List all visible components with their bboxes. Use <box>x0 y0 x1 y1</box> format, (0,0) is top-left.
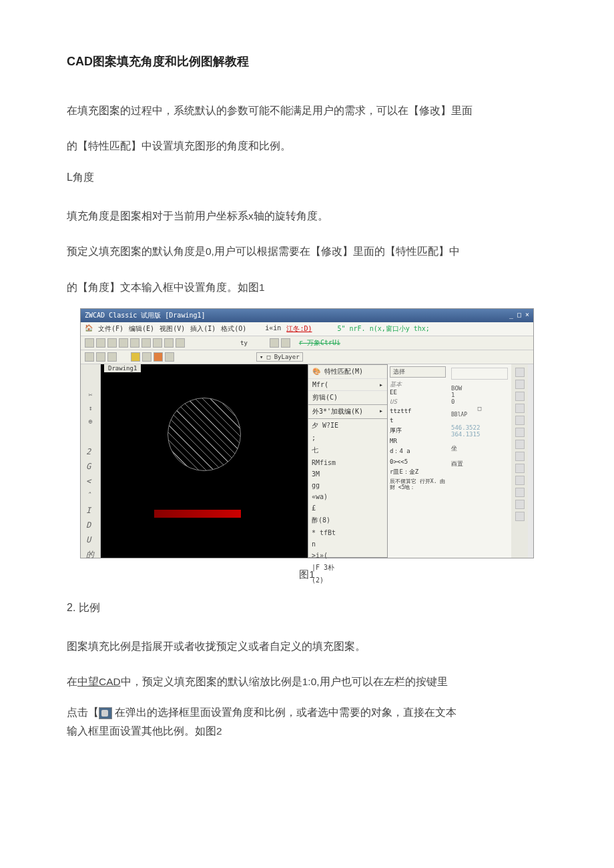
section-2-paragraph-2: 在中望CAD中，预定义填充图案的默认缩放比例是1:0,用户也可以在左栏的按键里 <box>67 667 547 696</box>
right-tool-icon[interactable] <box>515 512 525 521</box>
toolbar-red-text: 江冬:D) <box>286 324 312 334</box>
side-letters: 2 G < ˆ I D U 的 <box>86 444 94 562</box>
right-tool-icon[interactable] <box>515 392 525 401</box>
coord-x: 546.3522 <box>451 424 508 431</box>
right-tool-icon[interactable] <box>515 464 525 473</box>
tool-icon[interactable] <box>85 338 94 348</box>
submenu-item[interactable]: * tfBt <box>308 527 387 538</box>
main-area: ✂ ↕ ⊕ Drawing1 2 G < ˆ I D U 的 <box>81 364 533 558</box>
submenu-item[interactable]: 酢(8) <box>308 514 387 527</box>
right-tool-icon[interactable] <box>515 416 525 425</box>
tool-icon[interactable] <box>176 338 185 348</box>
top-text-2: r 万象CtrUi <box>299 338 340 348</box>
submenu-item[interactable]: 七 <box>308 444 387 457</box>
submenu-item[interactable]: «wa) <box>308 491 387 502</box>
tool-icon[interactable] <box>96 352 105 362</box>
right-tool-icon[interactable] <box>515 476 525 485</box>
letter: < <box>86 474 94 488</box>
properties-panel: 选择 基本EE US ttzttf t 厚序 MR d：4 a 0><<5 r皿… <box>388 364 448 558</box>
tool-icon[interactable] <box>142 352 151 362</box>
zwcad-link[interactable]: 中望CAD <box>77 676 121 687</box>
drawing-tab[interactable]: Drawing1 <box>104 364 141 372</box>
hatch-button-icon <box>99 707 112 719</box>
submenu-item[interactable]: n <box>308 538 387 550</box>
menu-edit[interactable]: 编辑(E) <box>129 324 154 334</box>
submenu-item[interactable]: >i»( <box>308 550 387 561</box>
intro-paragraph-1: 在填充图案的过程中，系统默认的参数可能不能满足用户的需求，可以在【修改】里面 <box>67 96 547 125</box>
cad-app-window: ZWCAD Classic 试用版 [Drawing1] _ □ × 🏠 文件(… <box>80 308 534 558</box>
menu-item[interactable]: Mfr(▸ <box>308 379 387 391</box>
tool-icon[interactable] <box>107 352 117 362</box>
menu-view[interactable]: 视图(V) <box>160 324 185 334</box>
right-tool-icon[interactable] <box>515 488 525 497</box>
tool-icon[interactable] <box>270 338 279 348</box>
section-1-paragraph-1: 填充角度是图案相对于当前用户坐标系x轴的旋转角度。 <box>67 201 547 230</box>
document-title: CAD图案填充角度和比例图解教程 <box>67 53 547 69</box>
tool-icon[interactable] <box>85 352 94 362</box>
right-tool-icon[interactable] <box>515 380 525 389</box>
select-dropdown[interactable]: 选择 <box>390 366 446 378</box>
menu-item[interactable]: 外3*'加载编(K)▸ <box>308 405 387 419</box>
submenu-item[interactable]: |F 3朴 <box>308 561 387 574</box>
right-tool-icon[interactable] <box>515 440 525 449</box>
drawing-canvas[interactable]: Drawing1 2 G < ˆ I D U 的 <box>101 364 308 558</box>
submenu-item[interactable]: ; <box>308 432 387 444</box>
red-toolbar-overlay <box>154 510 241 518</box>
tool-icon[interactable] <box>119 338 128 348</box>
tool-icon[interactable] <box>131 352 140 362</box>
prop-value: ttzttf <box>390 408 446 414</box>
letter: U <box>86 532 94 547</box>
prop-value: r皿E：金Z <box>390 468 446 476</box>
tool-icon[interactable] <box>154 352 163 362</box>
submenu-item[interactable]: gg <box>308 480 387 491</box>
submenu-item[interactable]: 夕 W?IE <box>308 419 387 432</box>
tool-icon[interactable] <box>141 338 151 348</box>
left-tool-icon[interactable]: ⊕ <box>86 418 95 427</box>
right-tool-icon[interactable] <box>515 452 525 461</box>
section-1-heading: L角度 <box>67 171 547 185</box>
prop-value: 辰不偃算它 行开X. 由财 <5地： <box>390 479 446 491</box>
prop-value: MR <box>390 438 446 444</box>
prop-row: 0 <box>451 398 508 405</box>
prop-row: 坐 <box>451 444 508 453</box>
letter: ˆ <box>86 488 94 503</box>
text: 点击【 <box>67 707 99 718</box>
toolbar-ty-text: ty <box>240 340 248 346</box>
letter: 的 <box>86 547 94 562</box>
top-text-1: 5" nrF. n(x,窗口小y thx; <box>337 324 429 334</box>
submenu-item[interactable]: £ <box>308 502 387 514</box>
menu-item-clip[interactable]: 剪辑(C) <box>308 391 387 405</box>
section-2-heading: 2. 比例 <box>67 601 547 615</box>
menubar: 🏠 文件(F) 编辑(E) 视图(V) 插入(I) 格式(O) i«in 江冬:… <box>81 322 533 336</box>
prop-value: EE <box>390 389 446 396</box>
tool-icon[interactable] <box>165 352 174 362</box>
right-tool-icon[interactable] <box>515 500 525 509</box>
prop-row: 1 <box>451 392 508 398</box>
submenu-item[interactable]: RMfism <box>308 457 387 468</box>
text: 在 <box>67 676 77 687</box>
tool-icon[interactable] <box>153 338 162 348</box>
right-tool-icon[interactable] <box>515 404 525 413</box>
modify-menu-dropdown: 🎨 特性匹配(M) Mfr(▸ 剪辑(C) 外3*'加载编(K)▸ 夕 W?IE… <box>308 364 388 558</box>
menu-file[interactable]: 文件(F) <box>98 324 123 334</box>
tool-icon[interactable] <box>130 338 139 348</box>
text: 输入框里面设置其他比例。如图2 <box>67 725 222 737</box>
menu-item-match-props[interactable]: 🎨 特性匹配(M) <box>308 365 387 379</box>
right-tool-icon[interactable] <box>515 368 525 377</box>
tool-icon[interactable] <box>107 338 117 348</box>
hatched-circle <box>168 398 241 471</box>
submenu-item[interactable]: 3M <box>308 468 387 480</box>
menu-insert[interactable]: 插入(I) <box>190 324 216 334</box>
layer-dropdown[interactable]: ▾ □ ByLayer <box>256 352 303 362</box>
tool-icon[interactable] <box>164 338 174 348</box>
left-tool-icon[interactable]: ✂ <box>86 391 95 400</box>
tool-icon[interactable] <box>281 338 290 348</box>
left-tool-icon[interactable]: ↕ <box>86 404 95 414</box>
tool-icon[interactable] <box>96 338 105 348</box>
menu-format[interactable]: 格式(O) <box>221 324 246 334</box>
right-tool-icon[interactable] <box>515 428 525 437</box>
text: 中，预定义填充图案的默认缩放比例是1:0,用户也可以在左栏的按键里 <box>121 676 448 687</box>
figure-1-screenshot: ZWCAD Classic 试用版 [Drawing1] _ □ × 🏠 文件(… <box>80 308 547 558</box>
submenu-item[interactable]: (2) <box>308 574 387 586</box>
prop-row: BBlAP <box>451 412 508 418</box>
